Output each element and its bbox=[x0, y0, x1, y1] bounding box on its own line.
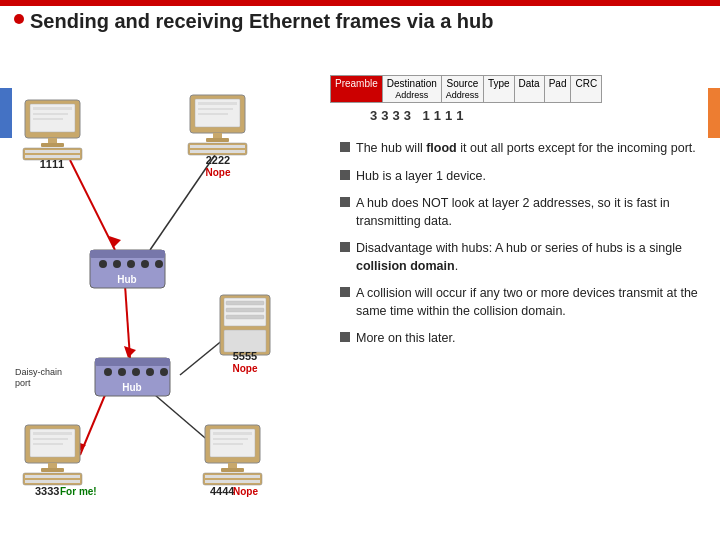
svg-rect-54 bbox=[226, 315, 264, 319]
svg-rect-31 bbox=[33, 118, 63, 120]
right-accent bbox=[708, 88, 720, 138]
bullet-item-3: A hub does NOT look at layer 2 addresses… bbox=[340, 195, 710, 230]
svg-rect-72 bbox=[213, 432, 252, 435]
svg-line-0 bbox=[70, 160, 115, 250]
svg-rect-78 bbox=[205, 475, 260, 478]
frame-cell-src: SourceAddress bbox=[442, 76, 484, 102]
top-accent-bar bbox=[0, 0, 720, 6]
bullets-area: The hub will flood it out all ports exce… bbox=[340, 140, 710, 358]
bullet-text-2: Hub is a layer 1 device. bbox=[356, 168, 486, 186]
section-bullet bbox=[14, 14, 24, 24]
bullet-text-6: More on this later. bbox=[356, 330, 455, 348]
svg-text:3333: 3333 bbox=[35, 485, 59, 497]
bullet-item-5: A collision will occur if any two or mor… bbox=[340, 285, 710, 320]
frame-cell-data: Data bbox=[515, 76, 545, 102]
bullet-sq-5 bbox=[340, 287, 350, 297]
svg-text:1111: 1111 bbox=[40, 158, 64, 170]
svg-rect-53 bbox=[226, 308, 264, 312]
svg-text:4444: 4444 bbox=[210, 485, 235, 497]
svg-rect-42 bbox=[198, 113, 228, 115]
svg-rect-60 bbox=[33, 432, 72, 435]
svg-point-12 bbox=[127, 260, 135, 268]
frame-cell-type: Type bbox=[484, 76, 515, 102]
bullet-text-3: A hub does NOT look at layer 2 addresses… bbox=[356, 195, 710, 230]
bullet-sq-6 bbox=[340, 332, 350, 342]
svg-text:Nope: Nope bbox=[233, 363, 258, 374]
bullet-item-6: More on this later. bbox=[340, 330, 710, 348]
bullet-sq-2 bbox=[340, 170, 350, 180]
bullet-sq-4 bbox=[340, 242, 350, 252]
bullet-sq-1 bbox=[340, 142, 350, 152]
svg-rect-33 bbox=[41, 143, 64, 147]
bullet-sq-3 bbox=[340, 197, 350, 207]
svg-text:Nope: Nope bbox=[233, 486, 258, 497]
svg-rect-66 bbox=[25, 475, 80, 478]
svg-rect-41 bbox=[198, 108, 233, 110]
bullet-text-1: The hub will flood it out all ports exce… bbox=[356, 140, 696, 158]
frame-cell-preamble: Preamble bbox=[331, 76, 383, 102]
page-title: Sending and receiving Ethernet frames vi… bbox=[30, 10, 493, 33]
svg-rect-74 bbox=[213, 443, 243, 445]
svg-rect-79 bbox=[205, 480, 260, 483]
svg-rect-64 bbox=[41, 468, 64, 472]
svg-text:port: port bbox=[15, 378, 31, 388]
svg-rect-44 bbox=[206, 138, 229, 142]
bullet-text-5: A collision will occur if any two or mor… bbox=[356, 285, 710, 320]
svg-rect-65 bbox=[23, 473, 82, 485]
svg-point-19 bbox=[118, 368, 126, 376]
svg-rect-73 bbox=[213, 438, 248, 440]
svg-text:5555: 5555 bbox=[233, 350, 257, 362]
svg-text:For me!: For me! bbox=[60, 486, 97, 497]
svg-text:Hub: Hub bbox=[117, 274, 136, 285]
frame-cell-pad: Pad bbox=[545, 76, 572, 102]
bullet-text-4: Disadvantage with hubs: A hub or series … bbox=[356, 240, 710, 275]
svg-text:2222: 2222 bbox=[206, 154, 230, 166]
svg-rect-23 bbox=[95, 358, 170, 366]
svg-point-21 bbox=[146, 368, 154, 376]
bullet-item-2: Hub is a layer 1 device. bbox=[340, 168, 710, 186]
svg-point-14 bbox=[155, 260, 163, 268]
svg-rect-15 bbox=[90, 250, 165, 258]
svg-point-22 bbox=[160, 368, 168, 376]
svg-rect-62 bbox=[33, 443, 63, 445]
svg-text:Daisy-chain: Daisy-chain bbox=[15, 367, 62, 377]
svg-point-10 bbox=[99, 260, 107, 268]
svg-rect-55 bbox=[224, 330, 266, 352]
frame-header: Preamble DestinationAddress SourceAddres… bbox=[330, 75, 602, 103]
bullet-item-1: The hub will flood it out all ports exce… bbox=[340, 140, 710, 158]
svg-point-18 bbox=[104, 368, 112, 376]
svg-rect-76 bbox=[221, 468, 244, 472]
svg-point-20 bbox=[132, 368, 140, 376]
svg-rect-47 bbox=[190, 150, 245, 153]
svg-rect-29 bbox=[33, 107, 72, 110]
bullet-item-4: Disadvantage with hubs: A hub or series … bbox=[340, 240, 710, 275]
network-diagram: Hub Hub Daisy-chain port 1111 2222 Nope … bbox=[5, 40, 330, 530]
svg-rect-40 bbox=[198, 102, 237, 105]
svg-rect-46 bbox=[190, 145, 245, 148]
svg-text:Hub: Hub bbox=[122, 382, 141, 393]
frame-cell-crc: CRC bbox=[571, 76, 601, 102]
frame-cell-dest: DestinationAddress bbox=[383, 76, 442, 102]
svg-rect-67 bbox=[25, 480, 80, 483]
svg-rect-61 bbox=[33, 438, 68, 440]
svg-rect-52 bbox=[226, 301, 264, 305]
svg-point-11 bbox=[113, 260, 121, 268]
svg-rect-77 bbox=[203, 473, 262, 485]
svg-point-13 bbox=[141, 260, 149, 268]
svg-rect-35 bbox=[25, 150, 80, 153]
svg-text:Nope: Nope bbox=[206, 167, 231, 178]
address-display: 3333 1111 bbox=[370, 108, 467, 123]
svg-rect-30 bbox=[33, 113, 68, 115]
